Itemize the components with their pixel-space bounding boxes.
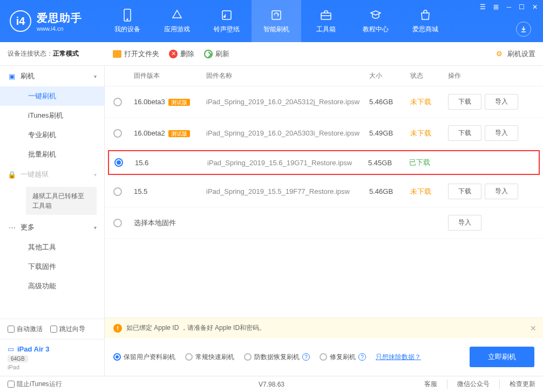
sidebar-flash-group[interactable]: ▣ 刷机 ▾ [0,66,104,86]
table-row[interactable]: 16.0beta2测试版 iPad_Spring_2019_16.0_20A53… [105,118,543,149]
help-icon[interactable]: ? [302,353,310,361]
radio-icon [113,353,121,361]
download-indicator-icon[interactable] [516,22,531,37]
list-icon[interactable]: ⊞ [491,2,501,12]
logo-area[interactable]: i4 爱思助手 www.i4.cn [0,10,103,32]
svg-rect-2 [222,11,231,19]
open-folder-button[interactable]: 打开文件夹 [113,49,159,59]
lock-icon: 🔒 [8,170,16,179]
cell-name: iPad_Spring_2019_15.6_19G71_Restore.ipsw [207,159,368,167]
header: i4 爱思助手 www.i4.cn 我的设备 应用游戏 铃声壁纸 智能刷机 工具… [0,0,543,42]
sidebar: ▣ 刷机 ▾ 一键刷机 iTunes刷机 专业刷机 批量刷机 🔒 一键越狱 ▾ … [0,66,105,376]
logo-icon: i4 [10,10,31,32]
beta-tag: 测试版 [168,99,190,106]
flash-options: 保留用户资料刷机 常规快速刷机 防数据恢复刷机? 修复刷机? 只想抹除数据？ 立… [105,338,543,376]
skip-wizard-checkbox[interactable]: 跳过向导 [50,325,85,334]
wechat-link[interactable]: 微信公众号 [447,380,490,389]
header-version: 固件版本 [134,71,206,80]
table-row[interactable]: 16.0beta3测试版 iPad_Spring_2019_16.0_20A53… [105,86,543,118]
app-url: www.i4.cn [37,25,82,32]
device-info[interactable]: ▭ iPad Air 3 64GB iPad [0,339,104,376]
cell-status: 未下载 [410,187,448,197]
check-update-link[interactable]: 检查更新 [499,380,535,389]
table-header: 固件版本 固件名称 大小 状态 操作 [105,66,543,86]
auto-activate-checkbox[interactable]: 自动激活 [8,325,43,334]
radio-icon [185,353,193,361]
sidebar-item-oneclick[interactable]: 一键刷机 [0,86,104,106]
nav-ringtones[interactable]: 铃声壁纸 [202,0,252,42]
sidebar-item-advanced[interactable]: 高级功能 [0,276,104,296]
sidebar-jailbreak-group[interactable]: 🔒 一键越狱 ▾ [0,164,104,185]
table-row[interactable]: 15.5 iPad_Spring_2019_15.5_19F77_Restore… [105,176,543,207]
cell-version: 16.0beta2测试版 [134,129,206,138]
alert-bar: ! 如已绑定 Apple ID ，请准备好 Apple ID和密码。 ✕ [105,318,543,338]
import-button[interactable]: 导入 [485,94,518,110]
nav-tutorials[interactable]: 教程中心 [351,0,401,42]
cell-size: 5.45GB [368,159,409,167]
nav-my-device[interactable]: 我的设备 [103,0,152,42]
minimize-icon[interactable]: ─ [504,2,513,12]
opt-keep-data[interactable]: 保留用户资料刷机 [113,353,175,362]
opt-normal[interactable]: 常规快速刷机 [185,353,234,362]
cell-version: 15.6 [135,159,207,167]
device-storage: 64GB [8,355,28,362]
refresh-button[interactable]: 刷新 [204,49,229,59]
erase-only-link[interactable]: 只想抹除数据？ [376,353,421,362]
row-radio[interactable] [113,219,122,227]
row-radio[interactable] [113,129,122,138]
jailbreak-notice: 越狱工具已转移至工具箱 [26,187,97,215]
import-button[interactable]: 导入 [485,125,518,141]
delete-icon: ✕ [169,50,178,58]
app-name: 爱思助手 [37,11,82,25]
flash-icon [270,9,283,22]
maximize-icon[interactable]: ☐ [517,2,527,12]
cell-ops: 下载导入 [448,184,534,199]
cell-status: 未下载 [410,97,448,107]
row-radio[interactable] [113,98,122,106]
menu-icon[interactable]: ☰ [478,2,488,12]
sidebar-more-group[interactable]: ⋯ 更多 ▾ [0,217,104,238]
alert-close-icon[interactable]: ✕ [530,324,537,333]
nav-flash[interactable]: 智能刷机 [252,0,301,42]
sidebar-item-itunes[interactable]: iTunes刷机 [0,106,104,125]
opt-anti-recovery[interactable]: 防数据恢复刷机? [244,353,310,362]
header-size: 大小 [369,71,410,80]
sidebar-item-download-fw[interactable]: 下载固件 [0,257,104,276]
close-icon[interactable]: ✕ [530,2,540,12]
table-row[interactable]: 15.6 iPad_Spring_2019_15.6_19G71_Restore… [108,150,540,175]
sidebar-item-other-tools[interactable]: 其他工具 [0,238,104,257]
download-button[interactable]: 下载 [448,94,481,110]
table-row-local[interactable]: 选择本地固件 导入 [105,207,543,239]
help-icon[interactable]: ? [358,353,366,361]
import-button[interactable]: 导入 [485,184,518,199]
sidebar-item-pro[interactable]: 专业刷机 [0,125,104,145]
row-radio[interactable] [113,187,122,196]
nav-toolbox[interactable]: 工具箱 [301,0,351,42]
flash-settings-button[interactable]: ⚙刷机设置 [496,49,535,59]
cell-name: iPad_Spring_2019_16.0_20A5303i_Restore.i… [206,129,369,137]
service-link[interactable]: 客服 [415,380,437,389]
opt-repair[interactable]: 修复刷机? [320,353,366,362]
cell-size: 5.46GB [369,187,410,195]
chevron-down-icon: ▾ [94,225,97,231]
radio-icon [320,353,327,361]
flash-now-button[interactable]: 立即刷机 [470,347,534,367]
delete-button[interactable]: ✕删除 [169,49,194,59]
cell-status: 已下载 [409,158,447,167]
import-button[interactable]: 导入 [448,215,481,231]
download-button[interactable]: 下载 [448,125,481,141]
sidebar-item-batch[interactable]: 批量刷机 [0,145,104,164]
svg-point-1 [127,19,128,20]
cell-name: iPad_Spring_2019_16.0_20A5312j_Restore.i… [206,98,369,106]
chevron-down-icon: ▾ [94,73,97,79]
block-itunes-checkbox[interactable]: 阻止iTunes运行 [8,380,62,389]
music-icon [220,9,233,22]
row-radio[interactable] [114,158,123,167]
cell-size: 5.49GB [369,129,410,137]
nav-store[interactable]: 爱思商城 [401,0,450,42]
nav-apps[interactable]: 应用游戏 [152,0,202,42]
device-type: iPad [8,364,97,370]
cell-status: 未下载 [410,129,448,138]
download-button[interactable]: 下载 [448,184,481,199]
warning-icon: ! [113,324,122,333]
